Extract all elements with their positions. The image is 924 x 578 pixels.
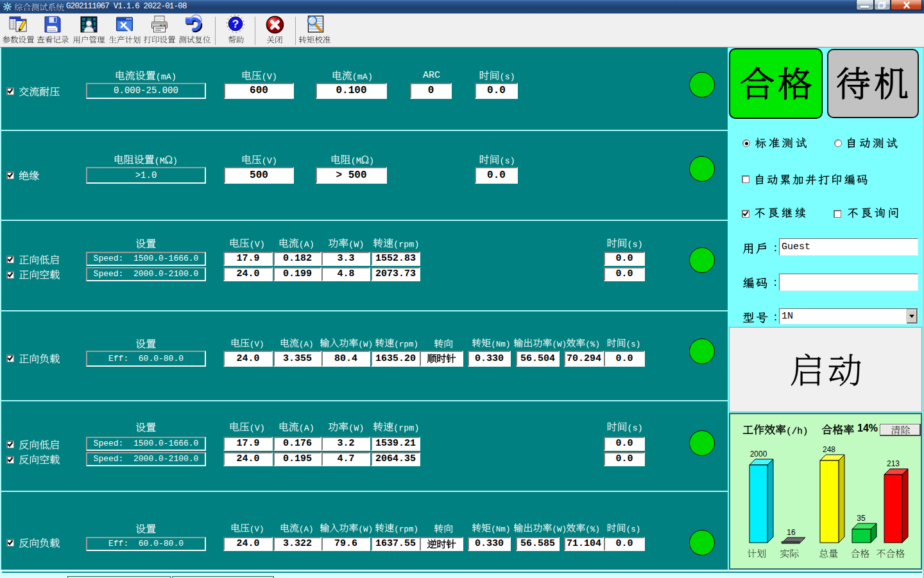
svg-text:?: ? — [232, 18, 239, 30]
